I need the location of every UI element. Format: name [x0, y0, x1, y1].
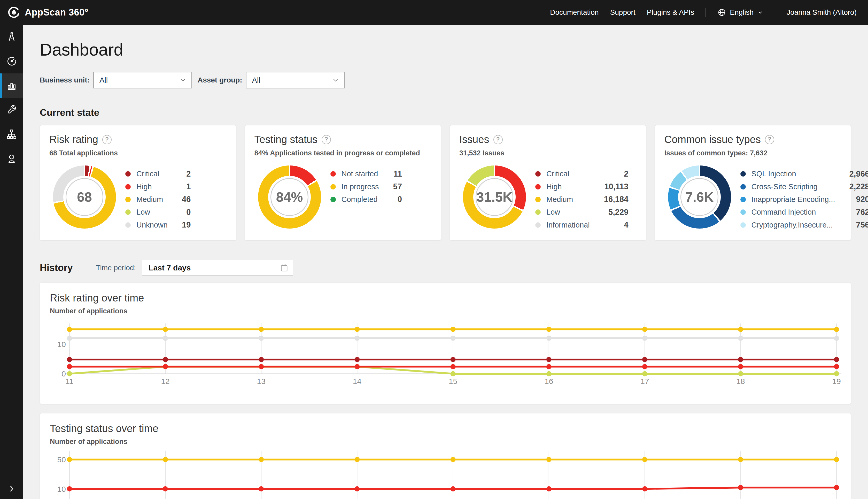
- legend-value: 46: [168, 195, 191, 204]
- svg-text:50: 50: [57, 455, 66, 464]
- history-heading: History: [40, 263, 73, 273]
- legend-value: 16,184: [590, 195, 629, 204]
- testing-status-over-time-card: Testing status over time Number of appli…: [40, 413, 851, 499]
- nav-plugins-apis[interactable]: Plugins & APIs: [647, 8, 694, 16]
- help-icon[interactable]: ?: [765, 135, 774, 144]
- risk-rating-over-time-card: Risk rating over time Number of applicat…: [40, 283, 851, 404]
- business-unit-select[interactable]: All: [93, 72, 192, 88]
- sidebar-item-applications[interactable]: [0, 25, 23, 49]
- legend-label: Critical: [546, 170, 590, 178]
- current-state-heading: Current state: [40, 107, 851, 118]
- legend-dot: [535, 209, 541, 215]
- time-period-value: Last 7 days: [149, 264, 191, 272]
- business-unit-label: Business unit:: [40, 76, 90, 84]
- legend-dot: [125, 184, 131, 190]
- risk-rating-donut-chart: 68: [53, 166, 116, 229]
- legend-dot: [125, 171, 131, 177]
- legend-value: 2: [168, 169, 191, 179]
- legend-dot: [535, 171, 541, 177]
- svg-text:12: 12: [161, 377, 169, 386]
- help-icon[interactable]: ?: [102, 135, 112, 144]
- legend-value: 920: [835, 195, 868, 204]
- help-icon[interactable]: ?: [322, 135, 331, 144]
- bar-chart-icon: [6, 80, 17, 91]
- svg-text:10: 10: [57, 485, 66, 493]
- legend-dot: [740, 184, 746, 190]
- help-icon[interactable]: ?: [493, 135, 503, 144]
- legend-value: 4: [590, 220, 629, 230]
- legend-value: 2,966: [835, 169, 868, 179]
- language-label: English: [730, 8, 754, 16]
- legend-value: 19: [168, 220, 191, 230]
- legend-value: 762: [835, 208, 868, 217]
- legend-dot: [740, 171, 746, 177]
- card-subtitle: Issues of common types: 7,632: [664, 149, 768, 157]
- card-subtitle: 68 Total applications: [49, 149, 118, 157]
- testing-status-line-chart: 5010: [40, 413, 851, 499]
- user-menu[interactable]: Joanna Smith (Altoro): [787, 8, 857, 16]
- legend-label: Completed: [341, 195, 379, 204]
- chart-legend: Critical2High10,113Medium16,184Low5,229I…: [535, 168, 628, 231]
- top-navigation: Documentation Support Plugins & APIs Eng…: [550, 8, 868, 17]
- legend-dot: [330, 197, 336, 202]
- chevron-down-icon: [757, 9, 763, 15]
- svg-text:18: 18: [736, 377, 745, 386]
- legend-label: Not started: [341, 170, 379, 178]
- legend-dot: [125, 209, 131, 215]
- gauge-icon: [6, 56, 17, 67]
- svg-text:11: 11: [65, 377, 73, 386]
- card-subtitle: 31,532 Issues: [459, 149, 504, 157]
- time-period-field[interactable]: Last 7 days: [142, 260, 293, 276]
- legend-label: Medium: [136, 195, 168, 204]
- chart-y-axis-label: Number of applications: [50, 438, 127, 446]
- language-menu[interactable]: English: [717, 8, 763, 17]
- legend-dot: [535, 222, 541, 228]
- chart-legend: Not started11In progress57Completed0: [330, 168, 402, 206]
- sidebar-item-scans[interactable]: [0, 49, 23, 73]
- user-icon: [6, 153, 17, 164]
- card-common-issue-types: Common issue types ? Issues of common ty…: [655, 125, 851, 241]
- legend-label: High: [546, 183, 590, 191]
- chart-legend: SQL Injection2,966Cross-Site Scripting2,…: [740, 168, 868, 231]
- legend-value: 10,113: [590, 182, 629, 191]
- card-risk-rating: Risk rating ? 68 Total applications 68 C…: [40, 125, 236, 241]
- legend-dot: [330, 184, 336, 190]
- sidebar-item-settings[interactable]: [0, 98, 23, 122]
- legend-dot: [740, 222, 746, 228]
- donut-center-value: 68: [53, 166, 116, 229]
- asset-group-select[interactable]: All: [246, 72, 344, 88]
- current-state-cards: Risk rating ? 68 Total applications 68 C…: [40, 125, 851, 241]
- sidebar: [0, 25, 23, 499]
- svg-text:14: 14: [353, 377, 361, 386]
- chart-y-axis-label: Number of applications: [50, 307, 127, 315]
- svg-text:15: 15: [449, 377, 457, 386]
- card-title: Risk rating: [49, 134, 98, 145]
- sidebar-item-users[interactable]: [0, 146, 23, 171]
- sidebar-expand-button[interactable]: [0, 484, 23, 493]
- issues-donut-chart: 31.5K: [463, 166, 526, 229]
- svg-text:19: 19: [832, 377, 841, 386]
- topbar: AppScan 360° Documentation Support Plugi…: [0, 0, 868, 25]
- testing-status-donut-chart: 84%: [258, 166, 321, 229]
- hierarchy-icon: [6, 129, 17, 140]
- sidebar-item-organization[interactable]: [0, 122, 23, 146]
- card-title: Common issue types: [664, 134, 761, 145]
- business-unit-filter: Business unit: All: [40, 72, 192, 88]
- card-title: Issues: [459, 134, 489, 145]
- sidebar-item-dashboard[interactable]: [0, 73, 23, 98]
- legend-dot: [125, 222, 131, 228]
- chevron-right-icon: [7, 484, 16, 493]
- time-period-label: Time period:: [96, 264, 136, 272]
- nav-documentation[interactable]: Documentation: [550, 8, 599, 16]
- legend-label: Critical: [136, 170, 168, 178]
- legend-value: 1: [168, 182, 191, 191]
- nav-support[interactable]: Support: [610, 8, 636, 16]
- legend-dot: [535, 184, 541, 190]
- legend-value: 756: [835, 220, 868, 230]
- svg-text:10: 10: [57, 340, 66, 349]
- chart-title: Risk rating over time: [50, 292, 144, 304]
- history-row: History Time period: Last 7 days: [40, 260, 851, 276]
- filters-row: Business unit: All Asset group: All: [40, 72, 851, 88]
- svg-text:16: 16: [544, 377, 553, 386]
- card-title: Testing status: [254, 134, 318, 145]
